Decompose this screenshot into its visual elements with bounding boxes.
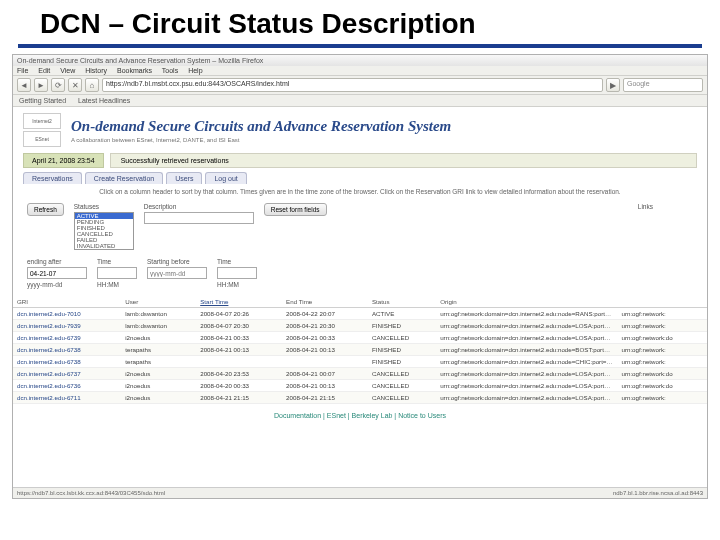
footer-links[interactable]: Documentation | ESnet | Berkeley Lab | N…: [13, 404, 707, 427]
cell-start: 2008-04-07 20:30: [196, 320, 282, 332]
browser-titlebar: On-demand Secure Circuits and Advance Re…: [13, 55, 707, 66]
menu-history[interactable]: History: [85, 67, 107, 74]
tab-users[interactable]: Users: [166, 172, 202, 184]
table-row[interactable]: dcn.internet2.edu-6711i2noedus2008-04-21…: [13, 392, 707, 404]
table-row[interactable]: dcn.internet2.edu-6738terapathsFINISHEDu…: [13, 356, 707, 368]
table-row[interactable]: dcn.internet2.edu-6737i2noedus2008-04-20…: [13, 368, 707, 380]
cell-gri[interactable]: dcn.internet2.edu-7010: [13, 308, 121, 320]
bookmark-latest-headlines[interactable]: Latest Headlines: [78, 97, 130, 104]
statuses-select[interactable]: ACTIVE PENDING FINISHED CANCELLED FAILED…: [74, 212, 134, 250]
ending-after-input[interactable]: [27, 267, 87, 279]
cell-gri[interactable]: dcn.internet2.edu-6738: [13, 356, 121, 368]
table-row[interactable]: dcn.internet2.edu-7939lamb:dswanton2008-…: [13, 320, 707, 332]
th-end[interactable]: End Time: [282, 296, 368, 308]
logo-stack: Internet2 ESnet: [23, 113, 61, 147]
th-user[interactable]: User: [121, 296, 196, 308]
date-format-hint: yyyy-mm-dd: [27, 281, 87, 288]
table-row[interactable]: dcn.internet2.edu-6736i2noedus2008-04-20…: [13, 380, 707, 392]
cell-gri[interactable]: dcn.internet2.edu-6737: [13, 368, 121, 380]
table-row[interactable]: dcn.internet2.edu-6738terapaths2008-04-2…: [13, 344, 707, 356]
th-origin[interactable]: Origin: [436, 296, 617, 308]
bookmark-bar: Getting Started Latest Headlines: [13, 95, 707, 107]
cell-gri[interactable]: dcn.internet2.edu-6736: [13, 380, 121, 392]
cell-origin: urn:ogf:network:domain=dcn.internet2.edu…: [436, 368, 617, 380]
th-dest[interactable]: [617, 296, 707, 308]
cell-origin: urn:ogf:network:domain=dcn.internet2.edu…: [436, 320, 617, 332]
table-row[interactable]: dcn.internet2.edu-6739i2noedus2008-04-21…: [13, 332, 707, 344]
cell-user: lamb:dswanton: [121, 320, 196, 332]
stop-icon[interactable]: ✕: [68, 78, 82, 92]
tab-bar: Reservations Create Reservation Users Lo…: [13, 168, 707, 184]
filter-row: Refresh Statuses ACTIVE PENDING FINISHED…: [13, 199, 707, 254]
cell-user: lamb:dswanton: [121, 308, 196, 320]
cell-status: CANCELLED: [368, 368, 436, 380]
starting-before-label: Starting before: [147, 258, 207, 265]
forward-icon[interactable]: ►: [34, 78, 48, 92]
menu-tools[interactable]: Tools: [162, 67, 178, 74]
browser-toolbar: ◄ ► ⟳ ✕ ⌂ https://ndb7.bl.msbt.ccx.psu.e…: [13, 76, 707, 95]
reset-button[interactable]: Reset form fields: [264, 203, 327, 216]
time-format-hint-2: HH:MM: [217, 281, 257, 288]
time-label-1: Time: [97, 258, 137, 265]
cell-status: CANCELLED: [368, 392, 436, 404]
tab-reservations[interactable]: Reservations: [23, 172, 82, 184]
home-icon[interactable]: ⌂: [85, 78, 99, 92]
menu-edit[interactable]: Edit: [38, 67, 50, 74]
tab-create-reservation[interactable]: Create Reservation: [85, 172, 163, 184]
time-input-2[interactable]: [217, 267, 257, 279]
cell-start: 2008-04-07 20:26: [196, 308, 282, 320]
cell-dest: urn:ogf:network:: [617, 392, 707, 404]
cell-gri[interactable]: dcn.internet2.edu-6739: [13, 332, 121, 344]
page-content: Internet2 ESnet On-demand Secure Circuit…: [13, 107, 707, 487]
time-input-1[interactable]: [97, 267, 137, 279]
cell-gri[interactable]: dcn.internet2.edu-6738: [13, 344, 121, 356]
go-icon[interactable]: ▶: [606, 78, 620, 92]
cell-origin: urn:ogf:network:domain=dcn.internet2.edu…: [436, 344, 617, 356]
refresh-button[interactable]: Refresh: [27, 203, 64, 216]
cell-start: 2008-04-21 00:13: [196, 344, 282, 356]
cell-status: CANCELLED: [368, 332, 436, 344]
cell-dest: urn:ogf:network:: [617, 356, 707, 368]
cell-start: 2008-04-21 00:33: [196, 332, 282, 344]
tab-logout[interactable]: Log out: [205, 172, 246, 184]
cell-origin: urn:ogf:network:domain=dcn.internet2.edu…: [436, 392, 617, 404]
cell-gri[interactable]: dcn.internet2.edu-7939: [13, 320, 121, 332]
description-input[interactable]: [144, 212, 254, 224]
cell-user: terapaths: [121, 356, 196, 368]
table-row[interactable]: dcn.internet2.edu-7010lamb:dswanton2008-…: [13, 308, 707, 320]
th-start[interactable]: Start Time: [196, 296, 282, 308]
internet2-logo: Internet2: [23, 113, 61, 129]
reload-icon[interactable]: ⟳: [51, 78, 65, 92]
cell-end: 2008-04-21 00:13: [282, 344, 368, 356]
cell-dest: urn:ogf:network:do: [617, 368, 707, 380]
cell-origin: urn:ogf:network:domain=dcn.internet2.edu…: [436, 356, 617, 368]
cell-user: i2noedus: [121, 368, 196, 380]
status-date: April 21, 2008 23:54: [23, 153, 104, 168]
menu-view[interactable]: View: [60, 67, 75, 74]
menu-file[interactable]: File: [17, 67, 28, 74]
filter-row-2: ending after yyyy-mm-dd Time HH:MM Start…: [13, 254, 707, 292]
th-status[interactable]: Status: [368, 296, 436, 308]
cell-origin: urn:ogf:network:domain=dcn.internet2.edu…: [436, 308, 617, 320]
cell-end: 2008-04-21 00:07: [282, 368, 368, 380]
search-box[interactable]: Google: [623, 78, 703, 92]
url-bar[interactable]: https://ndb7.bl.msbt.ccx.psu.edu:8443/OS…: [102, 78, 603, 92]
starting-before-input[interactable]: [147, 267, 207, 279]
menu-help[interactable]: Help: [188, 67, 202, 74]
cell-start: 2008-04-20 00:33: [196, 380, 282, 392]
bookmark-getting-started[interactable]: Getting Started: [19, 97, 66, 104]
cell-end: 2008-04-21 20:30: [282, 320, 368, 332]
status-url: https://ndb7.bl.ccx.lsbt.kk.ccx.ad:8443/…: [17, 490, 165, 496]
th-gri[interactable]: GRI: [13, 296, 121, 308]
time-label-2: Time: [217, 258, 257, 265]
cell-gri[interactable]: dcn.internet2.edu-6711: [13, 392, 121, 404]
instruction-text: Click on a column header to sort by that…: [13, 184, 707, 199]
back-icon[interactable]: ◄: [17, 78, 31, 92]
reservations-table: GRI User Start Time End Time Status Orig…: [13, 296, 707, 404]
cell-dest: urn:ogf:network:: [617, 344, 707, 356]
menu-bookmarks[interactable]: Bookmarks: [117, 67, 152, 74]
cell-end: 2008-04-21 00:33: [282, 332, 368, 344]
cell-dest: urn:ogf:network:do: [617, 380, 707, 392]
cell-status: FINISHED: [368, 320, 436, 332]
status-opt-invalidated[interactable]: INVALIDATED: [75, 243, 133, 249]
